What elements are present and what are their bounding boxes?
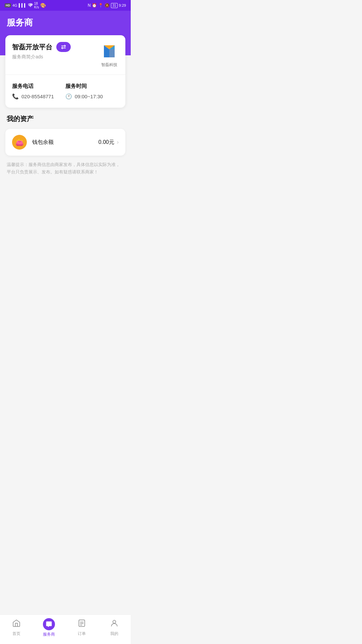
provider-logo-image	[100, 42, 119, 61]
status-bar: HD 4G ▍▍▍ 18K/s 🎨 N ⏰ 📍 🔕 31 9:29	[0, 0, 131, 11]
status-left: HD 4G ▍▍▍ 18K/s 🎨	[5, 2, 46, 9]
color-wheel-icon: 🎨	[40, 3, 46, 8]
page-title: 服务商	[7, 17, 124, 29]
time-display: 9:29	[119, 3, 126, 7]
service-time-value: 🕐 09:00~17:30	[65, 93, 119, 100]
service-info: 服务电话 📞 020-85548771 服务时间 🕐 09:00~17:30	[5, 75, 125, 108]
switch-icon: ⇄	[61, 43, 66, 51]
provider-description: 服务商简介ads	[12, 54, 71, 60]
svg-point-8	[113, 620, 116, 623]
svg-marker-2	[109, 49, 115, 57]
nav-item-home[interactable]: 首页	[0, 619, 33, 637]
notice-text: 温馨提示：服务商信息由商家发布，具体信息以实际为准，平台只负责展示、发布。如有疑…	[7, 161, 124, 176]
provider-info: 智磊开放平台 ⇄ 服务商简介ads 智磊科技	[5, 35, 125, 75]
provider-logo-area: 智磊科技	[100, 42, 119, 68]
wifi-icon	[28, 3, 33, 8]
mine-icon	[110, 619, 119, 630]
order-icon	[77, 619, 86, 630]
service-phone-section: 服务电话 📞 020-85548771	[12, 83, 65, 100]
nav-label-home: 首页	[12, 631, 20, 637]
phone-icon: 📞	[12, 93, 19, 100]
main-content: 智磊开放平台 ⇄ 服务商简介ads 智磊科技	[0, 35, 131, 214]
signal-icon: ▍▍▍	[19, 3, 27, 8]
home-icon	[12, 619, 21, 630]
clock-icon: 🕐	[65, 93, 72, 100]
service-hours: 09:00~17:30	[75, 94, 103, 99]
service-chat-icon	[43, 618, 55, 630]
nav-label-service: 服务商	[43, 632, 55, 637]
wallet-icon-wrap: 👛	[12, 135, 27, 150]
chevron-right-icon: ›	[117, 139, 119, 145]
bottom-nav: 首页 服务商 订单 我的	[0, 614, 131, 644]
network-type: 4G	[12, 3, 17, 7]
service-phone-label: 服务电话	[12, 83, 65, 90]
svg-rect-4	[79, 620, 84, 627]
wallet-icon: 👛	[15, 138, 24, 146]
phone-number[interactable]: 020-85548771	[21, 94, 54, 99]
service-time-section: 服务时间 🕐 09:00~17:30	[65, 83, 119, 100]
status-right: N ⏰ 📍 🔕 31 9:29	[88, 3, 126, 8]
nav-label-order: 订单	[78, 631, 86, 637]
provider-card: 智磊开放平台 ⇄ 服务商简介ads 智磊科技	[5, 35, 125, 108]
nfc-icon: N	[88, 3, 91, 8]
nav-item-order[interactable]: 订单	[65, 619, 98, 637]
mute-icon: 🔕	[105, 3, 110, 8]
nav-item-service[interactable]: 服务商	[33, 618, 66, 637]
hd-badge: HD	[5, 3, 11, 7]
battery-indicator: 31	[111, 3, 117, 8]
provider-name: 智磊开放平台	[12, 43, 52, 52]
nav-item-mine[interactable]: 我的	[98, 619, 131, 637]
service-time-label: 服务时间	[65, 83, 119, 90]
switch-provider-button[interactable]: ⇄	[56, 42, 71, 52]
wallet-amount: 0.00元	[99, 139, 114, 146]
location-icon: 📍	[98, 3, 103, 8]
assets-section-title: 我的资产	[7, 114, 124, 123]
wallet-label: 钱包余额	[32, 139, 99, 146]
speed-indicator: 18K/s	[34, 2, 39, 9]
service-phone-value: 📞 020-85548771	[12, 93, 65, 100]
alarm-icon: ⏰	[92, 3, 97, 8]
nav-label-mine: 我的	[110, 631, 118, 637]
provider-logo-name: 智磊科技	[101, 62, 117, 68]
wallet-card[interactable]: 👛 钱包余额 0.00元 ›	[5, 129, 125, 156]
